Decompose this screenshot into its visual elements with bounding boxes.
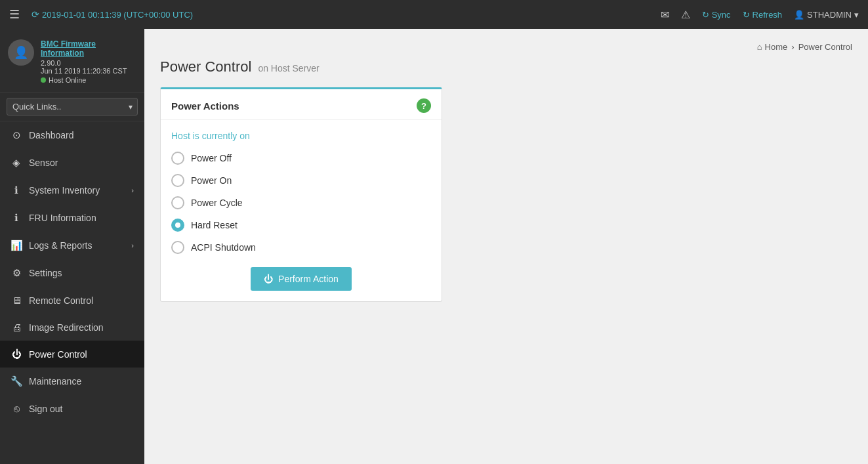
page-title: Power Control — [160, 58, 251, 75]
sidebar-item-settings[interactable]: ⚙ Settings — [0, 259, 144, 287]
sidebar-item-system-inventory[interactable]: ℹ System Inventory › — [0, 177, 144, 204]
radio-circle-power-on — [171, 174, 184, 187]
topbar: ☰ ⟳ 2019-01-01 00:11:39 (UTC+00:00 UTC) … — [0, 0, 868, 29]
card-title: Power Actions — [171, 100, 239, 112]
power-btn-icon: ⏻ — [264, 274, 273, 284]
page-header: Power Control on Host Server — [160, 58, 852, 75]
nav-label-dashboard: Dashboard — [29, 130, 74, 140]
radio-label-hard-reset: Hard Reset — [191, 220, 238, 230]
user-menu[interactable]: 👤 STHADMIN ▾ — [794, 10, 859, 20]
sidebar-item-sign-out[interactable]: ⎋ Sign out — [0, 395, 144, 422]
page-subtitle: on Host Server — [258, 63, 319, 74]
host-currently-on: Host is currently on — [171, 131, 431, 141]
nav-label-settings: Settings — [29, 268, 62, 278]
chevron-down-icon: ▾ — [854, 10, 859, 20]
nav-arrow-logs-reports: › — [131, 242, 134, 249]
nav-label-sign-out: Sign out — [29, 404, 62, 414]
breadcrumb-current: Power Control — [798, 42, 852, 52]
nav-label-image-redirection: Image Redirection — [29, 322, 104, 333]
power-options-group: Power Off Power On Power Cycle Hard Rese… — [171, 152, 431, 254]
avatar: 👤 — [8, 39, 34, 66]
nav-label-maintenance: Maintenance — [29, 376, 81, 387]
nav-label-remote-control: Remote Control — [29, 295, 93, 306]
topbar-right: ✉ ⚠ ↻ Sync ↻ Refresh 👤 STHADMIN ▾ — [661, 9, 859, 21]
sync-icon: ↻ — [702, 10, 709, 20]
sync-button[interactable]: ↻ Sync — [702, 10, 731, 20]
sidebar-item-power-control[interactable]: ⏻ Power Control — [0, 341, 144, 368]
nav-label-power-control: Power Control — [29, 349, 87, 360]
nav-label-fru-information: FRU Information — [29, 213, 96, 223]
quick-links-section: Quick Links.. — [0, 93, 144, 121]
nav-icon-image-redirection: 🖨 — [10, 322, 22, 333]
user-icon: 👤 — [794, 10, 804, 20]
alert-icon[interactable]: ⚠ — [681, 9, 690, 21]
radio-item-acpi-shutdown[interactable]: ACPI Shutdown — [171, 241, 431, 254]
topbar-left: ☰ ⟳ 2019-01-01 00:11:39 (UTC+00:00 UTC) — [9, 7, 193, 22]
radio-circle-power-cycle — [171, 196, 184, 209]
breadcrumb-home-link[interactable]: Home — [765, 42, 788, 52]
sidebar-item-maintenance[interactable]: 🔧 Maintenance — [0, 368, 144, 395]
profile-info: BMC Firmware Information 2.90.0 Jun 11 2… — [41, 39, 136, 84]
card-header: Power Actions ? — [161, 89, 442, 120]
firmware-link[interactable]: BMC Firmware Information — [41, 39, 136, 58]
main-layout: 👤 BMC Firmware Information 2.90.0 Jun 11… — [0, 29, 868, 464]
firmware-version: 2.90.0 — [41, 59, 136, 67]
nav-icon-sign-out: ⎋ — [10, 403, 22, 414]
nav-icon-remote-control: 🖥 — [10, 295, 22, 306]
sidebar-item-image-redirection[interactable]: 🖨 Image Redirection — [0, 314, 144, 341]
perform-action-button[interactable]: ⏻ Perform Action — [251, 267, 352, 291]
firmware-date: Jun 11 2019 11:20:36 CST — [41, 67, 136, 75]
home-icon: ⌂ — [757, 42, 762, 52]
quick-links-select[interactable]: Quick Links.. — [7, 98, 138, 116]
nav-arrow-system-inventory: › — [131, 186, 134, 194]
radio-circle-power-off — [171, 152, 184, 165]
datetime-display: ⟳ 2019-01-01 00:11:39 (UTC+00:00 UTC) — [31, 9, 193, 20]
refresh-button[interactable]: ↻ Refresh — [743, 10, 783, 20]
radio-item-power-off[interactable]: Power Off — [171, 152, 431, 165]
main-content: ⌂ Home › Power Control Power Control on … — [144, 29, 868, 464]
nav-icon-power-control: ⏻ — [10, 348, 22, 360]
breadcrumb: ⌂ Home › Power Control — [160, 42, 852, 52]
nav-icon-system-inventory: ℹ — [10, 184, 22, 196]
sidebar: 👤 BMC Firmware Information 2.90.0 Jun 11… — [0, 29, 144, 464]
nav-label-sensor: Sensor — [29, 158, 58, 168]
host-status-indicator: Host Online — [41, 76, 136, 84]
nav-label-logs-reports: Logs & Reports — [29, 240, 93, 251]
radio-circle-acpi-shutdown — [171, 241, 184, 254]
radio-circle-hard-reset — [171, 219, 184, 232]
nav-label-system-inventory: System Inventory — [29, 185, 100, 196]
refresh-icon: ↻ — [743, 10, 750, 20]
radio-label-acpi-shutdown: ACPI Shutdown — [191, 242, 256, 253]
sidebar-item-sensor[interactable]: ◈ Sensor — [0, 149, 144, 177]
sidebar-profile: 👤 BMC Firmware Information 2.90.0 Jun 11… — [0, 29, 144, 93]
sidebar-item-logs-reports[interactable]: 📊 Logs & Reports › — [0, 232, 144, 259]
sidebar-item-fru-information[interactable]: ℹ FRU Information — [0, 204, 144, 232]
nav-icon-dashboard: ⊙ — [10, 129, 22, 141]
radio-item-power-on[interactable]: Power On — [171, 174, 431, 187]
help-icon[interactable]: ? — [417, 98, 431, 113]
power-actions-card: Power Actions ? Host is currently on Pow… — [160, 87, 442, 302]
radio-label-power-on: Power On — [191, 175, 232, 186]
breadcrumb-home: ⌂ Home — [757, 42, 788, 52]
nav-menu: ⊙ Dashboard ◈ Sensor ℹ System Inventory … — [0, 121, 144, 422]
status-dot-icon — [41, 77, 46, 83]
card-body: Host is currently on Power Off Power On … — [161, 120, 442, 301]
sidebar-item-dashboard[interactable]: ⊙ Dashboard — [0, 121, 144, 149]
radio-item-hard-reset[interactable]: Hard Reset — [171, 219, 431, 232]
nav-icon-sensor: ◈ — [10, 157, 22, 169]
breadcrumb-separator: › — [791, 42, 794, 52]
nav-icon-maintenance: 🔧 — [10, 375, 22, 387]
nav-icon-fru-information: ℹ — [10, 212, 22, 224]
menu-toggle[interactable]: ☰ — [9, 7, 20, 22]
mail-icon[interactable]: ✉ — [661, 9, 669, 21]
sidebar-item-remote-control[interactable]: 🖥 Remote Control — [0, 287, 144, 314]
nav-icon-logs-reports: 📊 — [10, 240, 22, 251]
nav-icon-settings: ⚙ — [10, 267, 22, 279]
radio-label-power-cycle: Power Cycle — [191, 198, 243, 208]
radio-label-power-off: Power Off — [191, 153, 232, 163]
quick-links-wrapper: Quick Links.. — [7, 98, 138, 116]
radio-item-power-cycle[interactable]: Power Cycle — [171, 196, 431, 209]
